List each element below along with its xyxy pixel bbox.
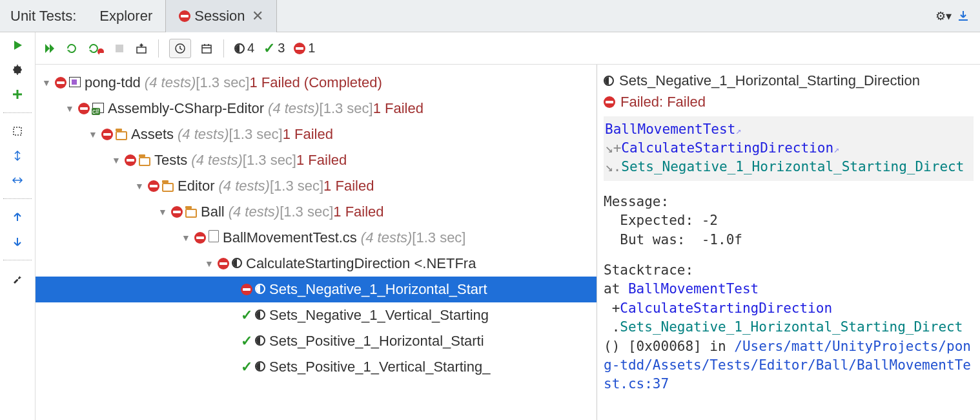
debug-icon[interactable]	[11, 63, 24, 76]
detail-path: BallMovementTest↗ ↘+CalculateStartingDir…	[604, 116, 974, 181]
tree-item-name: pong-tdd	[85, 74, 141, 91]
rerun-icon[interactable]	[65, 42, 78, 55]
calendar-icon[interactable]	[200, 42, 213, 55]
fail-icon	[77, 103, 91, 114]
download-icon[interactable]	[957, 10, 970, 23]
tree-row[interactable]: ▼Sets_Negative_1_Horizontal_Start	[36, 277, 597, 302]
tree-item-time: [1.3 sec]	[320, 100, 373, 117]
pass-icon: ✓	[263, 40, 275, 57]
tree-item-meta: (4 tests)	[229, 204, 280, 220]
stop-icon[interactable]	[113, 42, 126, 55]
tree-item-name: Assembly-CSharp-Editor	[108, 100, 264, 117]
expand-arrow-icon[interactable]: ▼	[65, 103, 77, 114]
rerun-failed-icon[interactable]	[87, 42, 104, 55]
tree-item-fail: 1 Failed	[296, 152, 347, 169]
tree-item-time: [1.3 sec]	[196, 74, 249, 91]
gear-icon[interactable]: ⚙︎▾	[935, 9, 952, 23]
tree-row[interactable]: ▼BallMovementTest.cs (4 tests) [1.3 sec]	[36, 225, 597, 251]
fail-icon	[193, 232, 207, 244]
gutter	[0, 32, 36, 420]
fail-icon	[240, 284, 254, 295]
half-icon	[234, 43, 245, 54]
test-icon	[255, 333, 265, 350]
expand-arrow-icon[interactable]: ▼	[158, 207, 170, 217]
folder-icon	[185, 204, 197, 220]
tree-item-name: Tests	[154, 152, 187, 169]
svg-rect-3	[137, 47, 146, 53]
test-tree[interactable]: ▼pong-tdd (4 tests) [1.3 sec] 1 Failed (…	[36, 65, 597, 385]
link-icon[interactable]: ↗	[833, 143, 839, 155]
tree-item-meta: (4 tests)	[218, 178, 269, 194]
expand-arrow-icon[interactable]: ▼	[135, 181, 147, 191]
project-icon	[69, 74, 81, 91]
expand-arrow-icon[interactable]: ▼	[112, 155, 123, 165]
tree-item-name: Sets_Positive_1_Vertical_Starting_	[269, 359, 490, 375]
tree-row[interactable]: ▼Ball (4 tests) [1.3 sec] 1 Failed	[36, 199, 597, 225]
expand-icon[interactable]	[11, 149, 24, 162]
collapse-icon[interactable]	[11, 174, 24, 187]
close-icon[interactable]: ✕	[252, 8, 263, 25]
tree-item-fail: 1 Failed (Completed)	[249, 74, 382, 91]
fail-icon	[147, 180, 161, 192]
expand-arrow-icon[interactable]: ▼	[181, 233, 193, 243]
up-arrow-icon[interactable]	[11, 211, 24, 224]
run-icon[interactable]	[11, 39, 24, 52]
expand-arrow-icon[interactable]: ▼	[205, 258, 216, 269]
pass-icon: ✓	[240, 359, 254, 375]
tree-item-fail: 1 Failed	[323, 178, 374, 194]
tree-row[interactable]: ▼Assembly-CSharp-Editor (4 tests) [1.3 s…	[36, 96, 597, 121]
tree-item-name: Assets	[131, 126, 174, 143]
tree-row[interactable]: ▼Assets (4 tests) [1.3 sec] 1 Failed	[36, 121, 597, 147]
select-icon[interactable]	[11, 125, 24, 138]
expand-arrow-icon[interactable]: ▼	[88, 129, 100, 140]
fail-icon	[100, 129, 114, 140]
tree-row[interactable]: ▼Editor (4 tests) [1.3 sec] 1 Failed	[36, 173, 597, 199]
tree-row[interactable]: ▼✓Sets_Negative_1_Vertical_Starting	[36, 302, 597, 328]
clock-icon[interactable]	[169, 39, 191, 58]
detail-status: Failed: Failed	[620, 92, 706, 112]
tree-item-name: Ball	[201, 204, 225, 220]
folder-icon	[162, 178, 174, 194]
filter-half[interactable]: 4	[234, 41, 254, 56]
tree-item-name: Sets_Negative_1_Vertical_Starting	[269, 307, 489, 324]
tab-session[interactable]: Session ✕	[165, 0, 276, 32]
down-arrow-icon[interactable]	[11, 235, 24, 248]
count-fail: 1	[308, 41, 315, 56]
detail-title: Sets_Negative_1_Horizontal_Starting_Dire…	[619, 71, 920, 91]
tree-item-name: Sets_Negative_1_Horizontal_Start	[269, 281, 487, 298]
fail-icon	[216, 258, 230, 269]
tab-label: Explorer	[99, 8, 152, 25]
svg-rect-6	[202, 45, 211, 53]
link-icon[interactable]: ↗	[735, 125, 741, 136]
wrench-icon[interactable]	[11, 272, 24, 285]
filter-pass[interactable]: ✓ 3	[263, 40, 285, 57]
fail-icon	[54, 77, 68, 89]
svg-rect-1	[14, 127, 21, 135]
count-half: 4	[247, 41, 254, 56]
tree-item-name: BallMovementTest.cs	[223, 229, 357, 246]
tree-item-meta: (4 tests)	[145, 74, 196, 91]
panel-title: Unit Tests:	[0, 8, 87, 25]
tab-label: Session	[194, 8, 245, 25]
tree-item-time: [1.3 sec]	[270, 178, 323, 194]
detail-message: Message: Expected: -2 But was: -1.0f	[604, 193, 974, 249]
tree-row[interactable]: ▼pong-tdd (4 tests) [1.3 sec] 1 Failed (…	[36, 70, 597, 96]
fail-icon	[123, 154, 138, 166]
tree-row[interactable]: ▼Tests (4 tests) [1.3 sec] 1 Failed	[36, 147, 597, 173]
add-icon[interactable]	[11, 88, 24, 101]
tree-row[interactable]: ▼✓Sets_Positive_1_Vertical_Starting_	[36, 354, 597, 380]
csharp-icon	[92, 100, 104, 117]
tree-row[interactable]: ▼CalculateStartingDirection <.NETFra	[36, 251, 597, 277]
test-icon	[255, 307, 265, 324]
expand-arrow-icon[interactable]: ▼	[42, 78, 54, 88]
settings-icon[interactable]	[135, 42, 148, 55]
tree-item-name: CalculateStartingDirection <.NETFra	[246, 255, 476, 272]
tab-explorer[interactable]: Explorer	[87, 0, 165, 32]
folder-icon	[116, 126, 127, 143]
tree-row[interactable]: ▼✓Sets_Positive_1_Horizontal_Starti	[36, 328, 597, 354]
run-all-icon[interactable]	[43, 42, 56, 55]
count-pass: 3	[278, 41, 285, 56]
filter-fail[interactable]: 1	[294, 41, 315, 56]
tree-item-name: Sets_Positive_1_Horizontal_Starti	[269, 333, 484, 350]
detail-stacktrace: Stacktrace: at BallMovementTest +Calcula…	[604, 261, 974, 394]
